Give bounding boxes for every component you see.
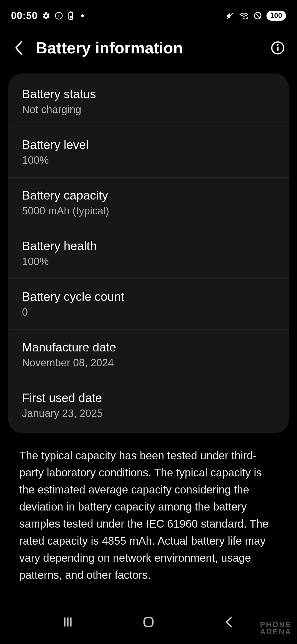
status-dot: [81, 14, 84, 17]
status-right: 100: [226, 11, 286, 20]
row-battery-cycle-count[interactable]: Battery cycle count 0: [8, 279, 289, 329]
navigation-bar: [0, 603, 297, 644]
status-bar: 00:50 100: [0, 0, 297, 28]
row-value: 0: [22, 306, 275, 318]
recents-button[interactable]: [54, 608, 82, 636]
row-manufacture-date[interactable]: Manufacture date November 08, 2024: [8, 329, 289, 380]
row-first-used-date[interactable]: First used date January 23, 2025: [8, 380, 289, 430]
nav-back-button[interactable]: [215, 608, 243, 636]
wifi-icon: [239, 12, 249, 20]
home-button[interactable]: [135, 608, 162, 636]
info-circle-icon: [55, 12, 63, 20]
row-battery-health[interactable]: Battery health 100%: [8, 228, 289, 279]
info-button[interactable]: [270, 41, 286, 55]
svg-point-2: [59, 13, 59, 14]
svg-line-10: [255, 13, 260, 18]
battery-info-card: Battery status Not charging Battery leve…: [8, 73, 289, 433]
back-button[interactable]: [11, 40, 28, 56]
no-sign-icon: [253, 11, 262, 20]
row-label: Battery cycle count: [22, 290, 275, 304]
battery-pill: 100: [266, 11, 286, 20]
row-label: Battery capacity: [22, 189, 275, 202]
row-label: Battery health: [22, 239, 275, 253]
status-time: 00:50: [11, 10, 38, 21]
page-title: Battery information: [36, 39, 261, 57]
mute-icon: [226, 11, 235, 20]
watermark: PHONEARENA: [260, 621, 292, 636]
svg-rect-17: [144, 618, 153, 626]
row-battery-status[interactable]: Battery status Not charging: [8, 76, 289, 127]
row-value: January 23, 2025: [22, 408, 275, 419]
gear-icon: [42, 12, 50, 20]
row-battery-level[interactable]: Battery level 100%: [8, 127, 289, 177]
row-battery-capacity[interactable]: Battery capacity 5000 mAh (typical): [8, 177, 289, 228]
row-label: First used date: [22, 391, 275, 405]
svg-point-8: [243, 18, 244, 19]
svg-rect-4: [70, 11, 72, 12]
svg-point-13: [277, 44, 279, 46]
row-value: 100%: [22, 154, 275, 166]
row-value: Not charging: [22, 104, 275, 116]
battery-outline-icon: [67, 11, 74, 20]
row-label: Battery level: [22, 138, 275, 152]
page-header: Battery information: [0, 28, 297, 65]
row-value: November 08, 2024: [22, 357, 275, 369]
row-value: 100%: [22, 256, 275, 268]
row-label: Battery status: [22, 87, 275, 101]
row-label: Manufacture date: [22, 340, 275, 354]
row-value: 5000 mAh (typical): [22, 205, 275, 217]
status-left: 00:50: [11, 10, 84, 21]
disclaimer-text: The typical capacity has been tested und…: [0, 433, 297, 583]
svg-rect-5: [70, 16, 72, 18]
